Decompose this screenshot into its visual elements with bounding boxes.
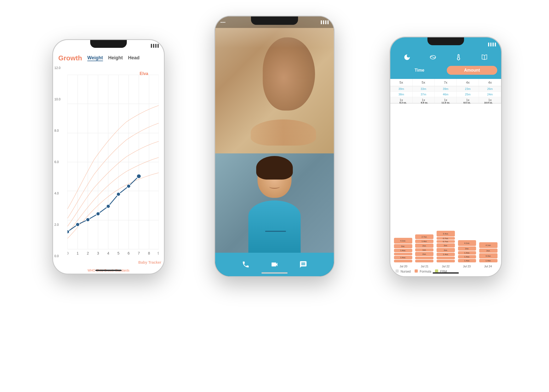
- bar-col-jul22: 11.6 oz. 3.4oz. 0.7oz. 0.7oz. 2oz. 2oz. …: [436, 106, 456, 263]
- growth-chart-svg: 0 1 2 3 4 5 6 7 8 9: [67, 66, 159, 258]
- col-header-3: 4x: [457, 79, 479, 86]
- home-indicator-right: [433, 272, 459, 274]
- svg-point-30: [96, 212, 100, 216]
- chart-area: 12.0 10.0 8.0 6.0 4.0 2.0 0.0 Elva: [53, 64, 164, 274]
- tracker-icons-row: [394, 51, 497, 65]
- date-jul23: Jul 23: [456, 265, 477, 268]
- bar-chart-container: 8.3 oz. 4.1oz. 2oz. 1.4oz. 1.4oz. 9.8 oz…: [390, 103, 501, 276]
- col-header-2: 7x: [435, 79, 457, 86]
- date-jul22: Jul 22: [435, 265, 456, 268]
- phone-right: ▐▐▐▐: [390, 37, 502, 277]
- phones-container: ▐▐▐▐ Growth Weight Height Head 12.0 10.0…: [0, 0, 549, 392]
- bar-col-jul23: 8.5 oz. 4.1oz. 2oz. 1.4oz. 1.4oz. 1.4oz.: [457, 106, 477, 263]
- notch-left: [90, 40, 127, 48]
- svg-text:1: 1: [77, 251, 79, 255]
- y-axis-labels: 12.0 10.0 8.0 6.0 4.0 2.0 0.0: [54, 66, 60, 258]
- bar-col-jul20: 8.3 oz. 4.1oz. 2oz. 1.4oz. 1.4oz.: [393, 106, 413, 263]
- bar-total-jul21: 9.8 oz.: [421, 101, 428, 104]
- col-header-4: 4x: [479, 79, 501, 86]
- status-middle-battery: ▐▐▐▐: [320, 20, 329, 24]
- svg-point-32: [117, 192, 120, 196]
- svg-point-33: [127, 184, 130, 188]
- svg-text:9: 9: [158, 251, 159, 255]
- svg-point-29: [86, 218, 90, 222]
- tracker-legend: Nursed Formula EBM: [392, 268, 500, 275]
- notch-middle: [251, 16, 298, 25]
- growth-tab-head[interactable]: Head: [128, 55, 140, 61]
- watermark: Baby Tracker: [138, 260, 161, 264]
- phone-middle-content: ••••• 1:38 PM ▐▐▐▐: [215, 16, 334, 276]
- thermometer-icon[interactable]: [455, 54, 462, 63]
- legend-nursed-dot: [396, 269, 399, 273]
- phone-left-content: ▐▐▐▐ Growth Weight Height Head 12.0 10.0…: [53, 40, 164, 274]
- tab-amount[interactable]: Amount: [447, 66, 497, 75]
- date-jul24: Jul 24: [477, 265, 499, 268]
- date-row: Jul 20 Jul 21 Jul 22 Jul 23 Jul 24: [392, 265, 500, 268]
- phone-middle: ••••• 1:38 PM ▐▐▐▐: [214, 16, 335, 277]
- phone-icon[interactable]: [239, 258, 252, 271]
- status-middle-left: •••••: [220, 21, 225, 24]
- legend-nursed-label: Nursed: [401, 270, 411, 273]
- tab-time[interactable]: Time: [394, 66, 445, 75]
- svg-text:0: 0: [67, 251, 68, 255]
- growth-tab-height[interactable]: Height: [108, 55, 123, 61]
- chat-icon[interactable]: [297, 258, 310, 271]
- home-indicator-left: [95, 270, 122, 271]
- svg-text:3: 3: [97, 251, 99, 255]
- book-icon[interactable]: [481, 54, 488, 63]
- growth-header: Growth Weight Height Head: [53, 51, 164, 64]
- col-header-1: 5x: [413, 79, 435, 86]
- svg-point-34: [137, 174, 141, 178]
- tracker-tabs-row: Time Amount: [394, 65, 497, 76]
- tracker-table-header: 5x 5x 7x 4x 4x: [390, 79, 501, 86]
- bar-chart-area: 8.3 oz. 4.1oz. 2oz. 1.4oz. 1.4oz. 9.8 oz…: [392, 106, 500, 263]
- growth-tab-weight[interactable]: Weight: [87, 55, 103, 61]
- svg-text:2: 2: [87, 251, 89, 255]
- video-top-pregnant: [215, 16, 334, 153]
- status-left-battery: ▐▐▐▐: [150, 44, 159, 48]
- col-header-0: 5x: [390, 79, 413, 86]
- data-row-1: 39m 33m 39m 23m 26m: [390, 86, 501, 92]
- svg-text:6: 6: [128, 251, 130, 255]
- phone-right-content: ▐▐▐▐: [390, 37, 501, 276]
- data-row-2: 38m 37m 46m 25m 24m: [390, 92, 501, 97]
- home-indicator-middle: [261, 272, 288, 274]
- bar-total-jul24: 10.9 oz.: [484, 101, 493, 104]
- bar-col-jul24: 10.9 oz. 4.1oz. 2oz. 3.4oz. 1.4oz.: [478, 106, 499, 263]
- svg-text:7: 7: [138, 251, 140, 255]
- bar-total-jul23: 8.5 oz.: [464, 101, 471, 104]
- phone-left: ▐▐▐▐ Growth Weight Height Head 12.0 10.0…: [52, 39, 165, 274]
- video-icon[interactable]: [268, 258, 281, 271]
- date-jul21: Jul 21: [414, 265, 435, 268]
- svg-text:4: 4: [107, 251, 109, 255]
- moon-icon[interactable]: [403, 54, 411, 63]
- svg-point-28: [76, 223, 79, 226]
- diaper-icon[interactable]: [429, 54, 437, 63]
- bar-total-jul20: 8.3 oz.: [399, 101, 407, 104]
- svg-text:8: 8: [148, 251, 150, 255]
- growth-tabs[interactable]: Weight Height Head: [87, 55, 140, 61]
- svg-text:5: 5: [117, 251, 119, 255]
- notch-right: [427, 37, 464, 45]
- bar-total-jul22: 11.6 oz.: [442, 101, 450, 104]
- growth-title: Growth: [58, 54, 82, 62]
- svg-point-27: [67, 230, 69, 234]
- status-right-battery: ▐▐▐▐: [487, 43, 496, 46]
- bar-col-jul21: 9.8 oz. 2.7oz. 1.4oz. 2oz. 1oz. 2oz.: [414, 106, 435, 263]
- video-bottom-nurse: [215, 153, 334, 253]
- legend-formula-label: Formula: [420, 270, 431, 273]
- date-jul20: Jul 20: [393, 265, 414, 268]
- svg-point-31: [106, 204, 110, 208]
- patient-label: Elva: [140, 71, 148, 76]
- legend-formula-dot: [415, 269, 418, 273]
